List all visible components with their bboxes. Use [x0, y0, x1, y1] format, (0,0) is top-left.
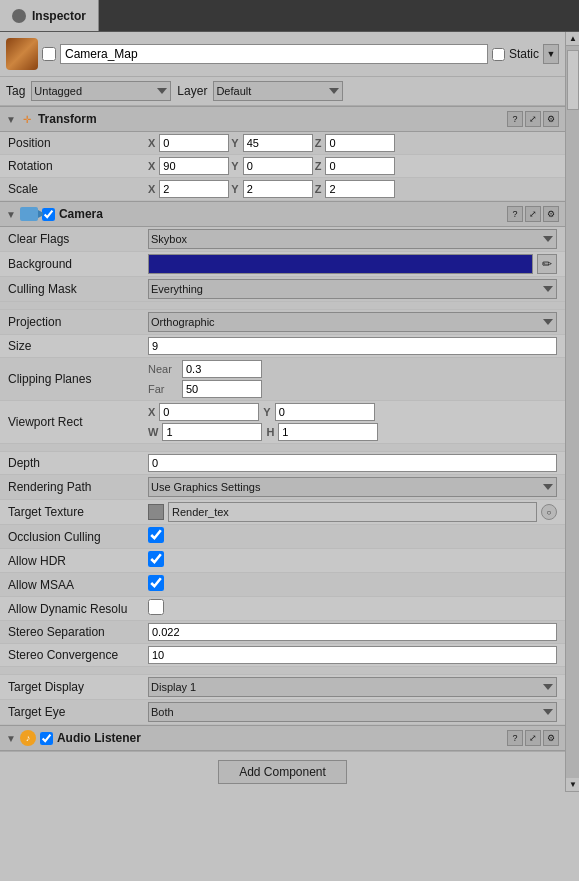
camera-gear-btn[interactable]: ⚙ [543, 206, 559, 222]
target-texture-row: Target Texture Render_tex ○ [0, 500, 565, 525]
clear-flags-select[interactable]: Skybox [148, 229, 557, 249]
occlusion-culling-value [148, 527, 557, 546]
culling-mask-select[interactable]: Everything [148, 279, 557, 299]
transform-gear-btn[interactable]: ⚙ [543, 111, 559, 127]
static-checkbox[interactable] [492, 48, 505, 61]
allow-msaa-value [148, 575, 557, 594]
occlusion-culling-row: Occlusion Culling [0, 525, 565, 549]
target-eye-select[interactable]: Both [148, 702, 557, 722]
vp-y-input[interactable] [275, 403, 375, 421]
vp-h-input[interactable] [278, 423, 378, 441]
scale-label: Scale [8, 182, 148, 196]
far-input[interactable] [182, 380, 262, 398]
rendering-path-value: Use Graphics Settings [148, 477, 557, 497]
projection-value: Orthographic [148, 312, 557, 332]
allow-hdr-label: Allow HDR [8, 554, 148, 568]
add-component-button[interactable]: Add Component [218, 760, 347, 784]
size-input[interactable] [148, 337, 557, 355]
main-content: Static ▼ Tag Untagged Layer Default ▼ ✛ … [0, 32, 579, 792]
camera-section-header: ▼ Camera ? ⤢ ⚙ [0, 201, 565, 227]
viewport-group: X Y W H [148, 403, 557, 441]
stereo-convergence-row: Stereo Convergence [0, 644, 565, 667]
object-active-checkbox[interactable] [42, 47, 56, 61]
near-input[interactable] [182, 360, 262, 378]
rotation-x-input[interactable] [159, 157, 229, 175]
depth-input[interactable] [148, 454, 557, 472]
spacer-2 [0, 444, 565, 452]
clear-flags-label: Clear Flags [8, 232, 148, 246]
audio-help-btn[interactable]: ? [507, 730, 523, 746]
allow-dynamic-row: Allow Dynamic Resolu [0, 597, 565, 621]
allow-msaa-checkbox[interactable] [148, 575, 164, 591]
rendering-path-row: Rendering Path Use Graphics Settings [0, 475, 565, 500]
tag-select[interactable]: Untagged [31, 81, 171, 101]
position-z-input[interactable] [325, 134, 395, 152]
layer-select[interactable]: Default [213, 81, 343, 101]
camera-arrow[interactable]: ▼ [6, 209, 16, 220]
vp-x-input[interactable] [159, 403, 259, 421]
position-y-input[interactable] [243, 134, 313, 152]
scale-x-input[interactable] [159, 180, 229, 198]
scroll-track[interactable] [566, 46, 579, 778]
camera-enabled-checkbox[interactable] [42, 208, 55, 221]
allow-hdr-checkbox[interactable] [148, 551, 164, 567]
rendering-path-select[interactable]: Use Graphics Settings [148, 477, 557, 497]
vp-h-label: H [266, 426, 274, 438]
scale-row: Scale X Y Z [0, 178, 565, 201]
camera-expand-btn[interactable]: ⤢ [525, 206, 541, 222]
scale-z-input[interactable] [325, 180, 395, 198]
inspector-tab-icon [12, 9, 26, 23]
camera-tools: ? ⤢ ⚙ [507, 206, 559, 222]
texture-select-btn[interactable]: ○ [541, 504, 557, 520]
audio-enabled-checkbox[interactable] [40, 732, 53, 745]
occlusion-culling-checkbox[interactable] [148, 527, 164, 543]
scroll-thumb[interactable] [567, 50, 579, 110]
scale-z-label: Z [315, 183, 322, 195]
audio-expand-btn[interactable]: ⤢ [525, 730, 541, 746]
static-dropdown-arrow[interactable]: ▼ [543, 44, 559, 64]
object-name-input[interactable] [60, 44, 488, 64]
viewport-rect-value: X Y W H [148, 403, 557, 441]
occlusion-culling-label: Occlusion Culling [8, 530, 148, 544]
transform-expand-btn[interactable]: ⤢ [525, 111, 541, 127]
scrollbar: ▲ ▼ [565, 32, 579, 792]
background-color-swatch[interactable] [148, 254, 533, 274]
position-x-input[interactable] [159, 134, 229, 152]
camera-help-btn[interactable]: ? [507, 206, 523, 222]
rotation-z-label: Z [315, 160, 322, 172]
scale-y-input[interactable] [243, 180, 313, 198]
scale-x-label: X [148, 183, 155, 195]
projection-select[interactable]: Orthographic [148, 312, 557, 332]
rotation-y-input[interactable] [243, 157, 313, 175]
target-display-select[interactable]: Display 1 [148, 677, 557, 697]
stereo-separation-input[interactable] [148, 623, 557, 641]
position-z-label: Z [315, 137, 322, 149]
depth-row: Depth [0, 452, 565, 475]
static-row: Static ▼ [492, 44, 559, 64]
scroll-down-arrow[interactable]: ▼ [566, 778, 579, 792]
vp-w-input[interactable] [162, 423, 262, 441]
viewport-rect-label: Viewport Rect [8, 415, 148, 429]
rotation-z-input[interactable] [325, 157, 395, 175]
transform-help-btn[interactable]: ? [507, 111, 523, 127]
size-value [148, 337, 557, 355]
allow-dynamic-label: Allow Dynamic Resolu [8, 602, 148, 616]
object-icon [6, 38, 38, 70]
culling-mask-label: Culling Mask [8, 282, 148, 296]
eyedropper-btn[interactable]: ✏ [537, 254, 557, 274]
transform-arrow[interactable]: ▼ [6, 114, 16, 125]
audio-listener-header: ▼ ♪ Audio Listener ? ⤢ ⚙ [0, 725, 565, 751]
audio-gear-btn[interactable]: ⚙ [543, 730, 559, 746]
allow-dynamic-checkbox[interactable] [148, 599, 164, 615]
audio-arrow[interactable]: ▼ [6, 733, 16, 744]
inspector-tab-label: Inspector [32, 9, 86, 23]
stereo-convergence-input[interactable] [148, 646, 557, 664]
inspector-tab[interactable]: Inspector [0, 0, 99, 31]
scroll-up-arrow[interactable]: ▲ [566, 32, 579, 46]
audio-icon: ♪ [20, 730, 36, 746]
depth-label: Depth [8, 456, 148, 470]
target-eye-label: Target Eye [8, 705, 148, 719]
target-display-label: Target Display [8, 680, 148, 694]
position-label: Position [8, 136, 148, 150]
projection-label: Projection [8, 315, 148, 329]
